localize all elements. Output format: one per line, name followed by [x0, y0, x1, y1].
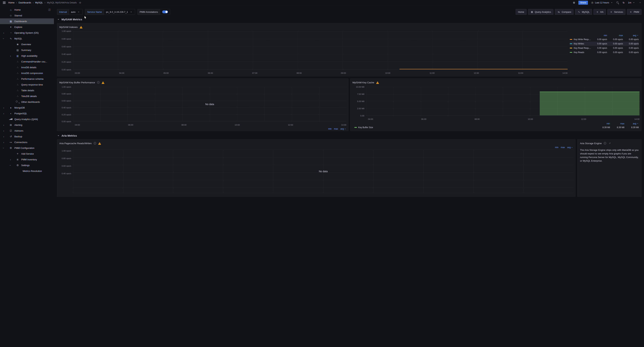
sidebar-item[interactable]: Operating System (OS)	[0, 30, 54, 36]
sidebar-item[interactable]: PMM Configuration	[0, 145, 54, 151]
settings-icon	[16, 164, 20, 167]
sidebar-item[interactable]: Advisors	[0, 128, 54, 134]
sidebar-item[interactable]: Alerting	[0, 122, 54, 128]
sidebar-item[interactable]: Other dashboards	[0, 99, 54, 105]
sidebar-item[interactable]: Metrics Resolution	[0, 168, 54, 174]
panel-aria-pagecache-reads-writes: Aria Pagecache Reads/Writes min max avg …	[57, 139, 322, 174]
sidebar-item[interactable]: Starred	[0, 13, 54, 18]
sidebar-item-label: InnoDB details	[21, 66, 36, 69]
sidebar: Home Starred Dashboards Explore	[0, 6, 54, 174]
info-icon[interactable]	[94, 142, 96, 145]
y-axis-label: 0.60 ops/s	[62, 46, 71, 48]
sidebar-item[interactable]: Backup	[0, 134, 54, 139]
sidebar-item-label: MongoDB	[14, 106, 25, 109]
panel-title[interactable]: Aria Pagecache Reads/Writes	[59, 142, 92, 145]
breadcrumb-item[interactable]: MySQL	[31, 1, 43, 4]
service-name-select[interactable]: ps_8.0_3.19.228.7_1	[104, 9, 135, 15]
pmm-annotations-label: PMM Annotations	[138, 9, 160, 15]
section-myisam-metrics[interactable]: MyISAM Metrics	[57, 18, 322, 21]
sidebar-nav: Home Starred Dashboards Explore	[0, 7, 54, 174]
interval-control: Interval auto	[57, 9, 82, 15]
sidebar-item[interactable]: High availability	[0, 53, 54, 59]
sidebar-item[interactable]: Command/Handler cou...	[0, 59, 54, 65]
chevron-icon	[10, 164, 14, 167]
sidebar-item-label: MySQL	[14, 37, 22, 40]
sidebar-item[interactable]: Overview	[0, 41, 54, 47]
sidebar-item[interactable]: MongoDB	[0, 105, 54, 111]
y-axis-label: 0.80 ops/s	[62, 38, 71, 40]
no-data-message: No data	[73, 150, 322, 174]
sidebar-item[interactable]: Home	[0, 7, 54, 13]
sidebar-item[interactable]: PostgreSQL	[0, 111, 54, 116]
no-data-message: No data	[73, 87, 322, 121]
interval-label: Interval	[57, 9, 69, 15]
info-icon[interactable]	[97, 81, 100, 84]
breadcrumb: Home Dashboards MySQL MySQL MyISAM/Aria …	[8, 1, 82, 4]
y-axis-label: 1.00 ops/s	[62, 86, 71, 88]
sidebar-item[interactable]: MySQL	[0, 36, 54, 41]
sidebar-item-label: PMM Configuration	[14, 147, 34, 149]
x-axis-label: 04:00	[75, 124, 80, 126]
sidebar-item[interactable]: Query response time	[0, 82, 54, 88]
chevron-down-icon	[57, 18, 60, 21]
panel-myisam-indexes: MyISAM Indexes 1.00 ops/s 0.80 ops/s 0.6…	[57, 23, 322, 76]
y-axis-label: 0.80 ops/s	[59, 157, 71, 165]
sidebar-item[interactable]: Query Analytics (QAN)	[0, 116, 54, 122]
sidebar-item-label: Backup	[14, 135, 22, 138]
sidebar-item[interactable]: Dashboards	[0, 18, 54, 24]
pmm-inventory-icon	[16, 158, 20, 161]
backup-icon	[9, 135, 13, 138]
sidebar-item-label: PMM Inventory	[21, 158, 37, 161]
query-analytics-icon	[9, 118, 13, 121]
performance-schema-icon	[16, 77, 20, 81]
y-axis-label: 0.60 ops/s	[62, 100, 71, 102]
y-axis-label: 0.40 ops/s	[59, 172, 71, 174]
pmm-annotations-toggle[interactable]	[162, 11, 168, 13]
warning-icon[interactable]	[102, 81, 105, 84]
panel-title[interactable]: MyISAM Indexes	[59, 26, 78, 29]
chart-plot[interactable]	[73, 31, 322, 70]
favorite-star-icon[interactable]	[78, 1, 82, 4]
chart-plot[interactable]: No data	[73, 150, 322, 174]
explore-icon	[9, 25, 13, 29]
breadcrumb-item[interactable]: MySQL MyISAM/Aria Details	[43, 1, 77, 4]
sidebar-item[interactable]: TokuDB details	[0, 93, 54, 99]
y-axis-label: 1.00 ops/s	[62, 30, 71, 32]
sidebar-item[interactable]: InnoDB details	[0, 65, 54, 70]
warning-icon[interactable]	[80, 26, 83, 29]
dock-sidebar-icon[interactable]	[48, 8, 51, 11]
chevron-icon	[3, 106, 7, 109]
y-axis-label: 0.60 ops/s	[59, 165, 71, 172]
tokudb-details-icon	[16, 95, 20, 98]
sidebar-item[interactable]: Performance schema	[0, 76, 54, 82]
sidebar-item[interactable]: Table details	[0, 88, 54, 93]
y-axis-label: 0.40 ops/s	[62, 107, 71, 109]
menu-icon[interactable]	[2, 1, 6, 4]
sidebar-item[interactable]: Settings	[0, 162, 54, 168]
sidebar-item-label: Operating System (OS)	[14, 32, 39, 34]
add-service-icon	[16, 152, 20, 155]
connections-icon	[9, 141, 13, 144]
sidebar-item[interactable]: PMM Inventory	[0, 157, 54, 162]
panel-title[interactable]: MyISAM Key Buffer Performance	[59, 81, 95, 84]
sidebar-item[interactable]: Explore	[0, 24, 54, 30]
section-title: MyISAM Metrics	[62, 18, 82, 21]
other-dashboards-icon	[16, 100, 20, 104]
y-axis-label: 0.00 ops/s	[62, 120, 71, 123]
sidebar-item[interactable]: InnoDB compression	[0, 70, 54, 76]
panel-myisam-key-buffer-performance: MyISAM Key Buffer Performance 1.00 ops/s…	[57, 79, 322, 131]
warning-icon[interactable]	[98, 142, 101, 145]
sidebar-item[interactable]: Connections	[0, 139, 54, 145]
sidebar-item[interactable]: Add Service	[0, 151, 54, 157]
sidebar-item[interactable]: Summary	[0, 47, 54, 53]
interval-select[interactable]: auto	[69, 9, 82, 15]
section-aria-metrics[interactable]: Aria Metrics	[57, 134, 322, 137]
x-axis: 04:00 06:00 08:00 10:00 12:00 14:00	[75, 124, 322, 126]
chart-plot[interactable]: No data	[73, 87, 322, 121]
sidebar-item-label: Query Analytics (QAN)	[14, 118, 38, 121]
service-name-label[interactable]: Service Name	[85, 9, 104, 15]
chevron-down-icon	[57, 134, 60, 137]
breadcrumb-item[interactable]: Home	[8, 1, 14, 4]
breadcrumb-item[interactable]: Dashboards	[14, 1, 31, 4]
interval-value: auto	[71, 11, 76, 13]
